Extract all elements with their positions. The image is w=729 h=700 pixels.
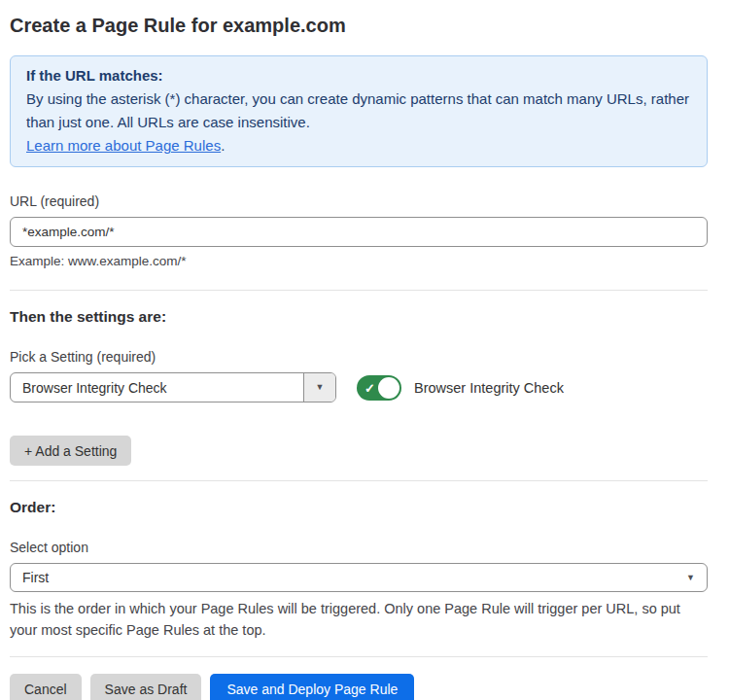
setting-row: Browser Integrity Check ▼ ✓ Browser Inte… xyxy=(10,372,708,402)
order-section-heading: Order: xyxy=(10,499,708,516)
page-title: Create a Page Rule for example.com xyxy=(10,14,708,37)
learn-more-link[interactable]: Learn more about Page Rules xyxy=(26,137,221,154)
divider xyxy=(10,480,708,481)
add-setting-button[interactable]: + Add a Setting xyxy=(10,436,131,466)
page-rule-form: Create a Page Rule for example.com If th… xyxy=(0,0,729,700)
setting-select-value: Browser Integrity Check xyxy=(11,373,303,402)
url-match-info-box: If the URL matches: By using the asteris… xyxy=(10,55,708,167)
url-label: URL (required) xyxy=(10,193,708,209)
chevron-down-icon: ▼ xyxy=(686,574,695,582)
toggle-knob xyxy=(378,377,399,399)
check-icon: ✓ xyxy=(364,380,375,395)
toggle-label: Browser Integrity Check xyxy=(414,380,564,396)
browser-integrity-toggle[interactable]: ✓ xyxy=(357,375,401,401)
info-box-link-line: Learn more about Page Rules. xyxy=(26,134,691,158)
order-select[interactable]: First ▼ xyxy=(10,563,708,592)
settings-section-heading: Then the settings are: xyxy=(10,308,708,326)
url-example-text: Example: www.example.com/* xyxy=(10,254,708,268)
url-input[interactable] xyxy=(10,217,708,247)
footer-actions: Cancel Save as Draft Save and Deploy Pag… xyxy=(10,674,708,700)
select-option-label: Select option xyxy=(10,540,708,555)
chevron-down-icon: ▼ xyxy=(316,383,325,392)
link-period: . xyxy=(221,137,225,154)
order-select-value: First xyxy=(22,570,49,585)
order-help-text: This is the order in which your Page Rul… xyxy=(10,598,708,641)
setting-select[interactable]: Browser Integrity Check ▼ xyxy=(10,372,336,402)
info-box-body: By using the asterisk (*) character, you… xyxy=(26,88,691,134)
pick-setting-label: Pick a Setting (required) xyxy=(10,349,708,365)
cancel-button[interactable]: Cancel xyxy=(10,674,82,700)
save-and-deploy-button[interactable]: Save and Deploy Page Rule xyxy=(210,674,414,700)
divider xyxy=(10,656,708,657)
info-box-heading: If the URL matches: xyxy=(26,64,691,88)
divider xyxy=(10,290,708,291)
setting-select-arrow-button[interactable]: ▼ xyxy=(303,373,335,402)
save-as-draft-button[interactable]: Save as Draft xyxy=(90,674,202,700)
